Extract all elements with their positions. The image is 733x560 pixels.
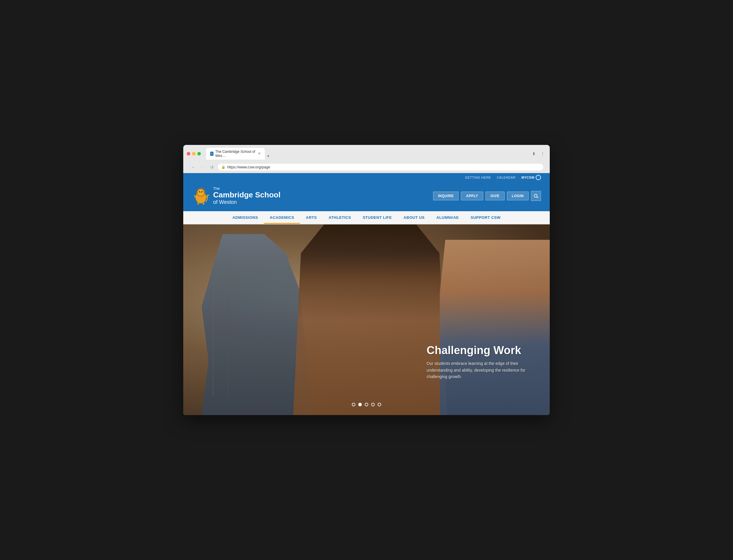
nav-admissions[interactable]: ADMISSIONS: [227, 211, 264, 224]
address-bar-row: ← → ↺ 🔒 https://www.csw.org/page: [187, 162, 546, 173]
hero-section: Challenging Work Our students embrace le…: [183, 224, 550, 415]
slideshow-dot-3[interactable]: [365, 403, 368, 406]
hero-overlay: [183, 224, 550, 415]
minimize-window-button[interactable]: [192, 152, 196, 155]
forward-button: →: [199, 164, 206, 171]
give-button[interactable]: GIVE: [485, 192, 504, 200]
utility-bar: GETTING HERE CALENDAR MYCSW 👤: [183, 173, 550, 182]
svg-point-3: [198, 190, 204, 195]
svg-point-5: [202, 191, 203, 192]
inquire-button[interactable]: INQUIRE: [433, 192, 459, 200]
more-options-button[interactable]: ⋮: [539, 150, 546, 157]
nav-alumni[interactable]: ALUMNI/AE: [430, 211, 465, 224]
url-text: https://www.csw.org/page: [227, 165, 270, 169]
close-window-button[interactable]: [187, 152, 190, 155]
mycsw-button[interactable]: MYCSW 👤: [521, 175, 541, 180]
getting-here-link[interactable]: GETTING HERE: [465, 176, 491, 179]
slideshow-dots: [352, 403, 381, 406]
svg-point-6: [200, 192, 202, 193]
logo-mascot-icon: [192, 187, 210, 205]
calendar-link[interactable]: CALENDAR: [497, 176, 515, 179]
svg-rect-7: [197, 202, 199, 205]
tab-title: The Cambridge School of Wes…: [215, 150, 256, 158]
apply-button[interactable]: APPLY: [461, 192, 483, 200]
back-button[interactable]: ←: [190, 164, 197, 171]
tab-favicon: C: [210, 152, 214, 156]
logo-area[interactable]: The Cambridge School of Weston: [192, 186, 281, 206]
svg-point-4: [199, 191, 200, 192]
nav-academics[interactable]: ACADEMICS: [264, 211, 300, 224]
nav-support[interactable]: SUPPORT CSW: [465, 211, 506, 224]
hero-title: Challenging Work: [426, 344, 532, 357]
logo-the: The: [213, 186, 281, 191]
lock-icon: 🔒: [221, 165, 226, 169]
svg-point-9: [534, 194, 537, 197]
slideshow-dot-2[interactable]: [358, 403, 362, 406]
slideshow-dot-1[interactable]: [352, 403, 356, 406]
nav-student-life[interactable]: STUDENT LIFE: [357, 211, 397, 224]
slideshow-dot-5[interactable]: [377, 403, 381, 406]
user-icon: 👤: [536, 175, 541, 180]
download-button[interactable]: ⬇: [530, 150, 537, 157]
search-icon: [534, 194, 538, 198]
browser-controls: C The Cambridge School of Wes… ✕ + ⬇ ⋮: [187, 148, 546, 160]
logo-text: The Cambridge School of Weston: [213, 186, 281, 206]
browser-window: C The Cambridge School of Wes… ✕ + ⬇ ⋮ ←…: [183, 145, 550, 415]
tab-bar: C The Cambridge School of Wes… ✕ +: [206, 148, 528, 160]
logo-school-name: Cambridge School: [213, 191, 281, 199]
header-actions: INQUIRE APPLY GIVE LOGIN: [433, 191, 541, 201]
new-tab-button[interactable]: +: [265, 153, 272, 160]
site-header: The Cambridge School of Weston INQUIRE A…: [183, 182, 550, 212]
nav-arts[interactable]: ARTS: [300, 211, 323, 224]
maximize-window-button[interactable]: [197, 152, 201, 155]
browser-chrome: C The Cambridge School of Wes… ✕ + ⬇ ⋮ ←…: [183, 145, 550, 173]
address-bar[interactable]: 🔒 https://www.csw.org/page: [218, 164, 543, 170]
nav-about-us[interactable]: ABOUT US: [397, 211, 430, 224]
login-button[interactable]: LOGIN: [507, 192, 529, 200]
svg-line-10: [537, 197, 538, 198]
slideshow-dot-4[interactable]: [371, 403, 375, 406]
mycsw-label: MYCSW: [521, 176, 534, 179]
browser-actions: ⬇ ⋮: [530, 150, 546, 157]
website-content: GETTING HERE CALENDAR MYCSW 👤: [183, 173, 550, 415]
svg-rect-8: [203, 202, 204, 205]
hero-subtitle: Our students embrace learning at the edg…: [426, 360, 532, 380]
logo-of-weston: of Weston: [213, 199, 281, 206]
hero-text-box: Challenging Work Our students embrace le…: [426, 344, 532, 380]
nav-athletics[interactable]: ATHLETICS: [323, 211, 357, 224]
traffic-lights: [187, 152, 201, 155]
active-tab[interactable]: C The Cambridge School of Wes… ✕: [206, 148, 265, 160]
tab-close-button[interactable]: ✕: [258, 152, 261, 155]
search-button[interactable]: [531, 191, 541, 201]
reload-button[interactable]: ↺: [209, 164, 216, 171]
main-navigation: ADMISSIONS ACADEMICS ARTS ATHLETICS STUD…: [183, 211, 550, 224]
